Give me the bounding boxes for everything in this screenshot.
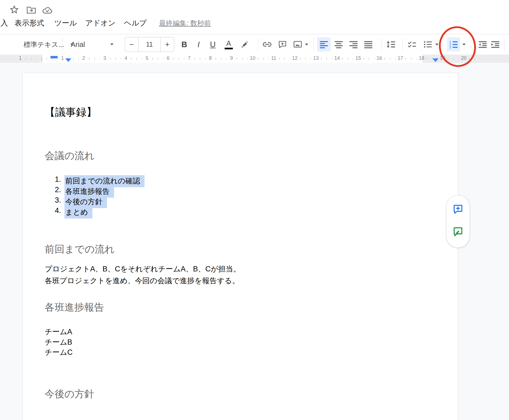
menu-insert-clipped[interactable]: 入	[1, 18, 8, 28]
right-indent-marker[interactable]	[432, 58, 439, 62]
ruler-tick	[184, 58, 185, 59]
ruler-tick	[342, 58, 343, 59]
chevron-down-icon	[305, 44, 308, 46]
highlight-color-button[interactable]	[238, 37, 251, 52]
left-indent-marker[interactable]	[65, 58, 71, 62]
ruler-number: 18	[419, 55, 424, 61]
first-line-indent-marker[interactable]	[50, 56, 58, 58]
align-right-icon	[349, 41, 358, 48]
team-line: チームC	[45, 347, 73, 357]
font-size-value[interactable]: 11	[138, 37, 161, 52]
ruler-tick	[173, 58, 174, 59]
menu-format[interactable]: 表示形式	[15, 18, 44, 28]
bold-button[interactable]: B	[178, 37, 191, 52]
ruler-number: 20	[461, 55, 466, 61]
last-edit-link[interactable]: 最終編集: 数秒前	[159, 19, 211, 28]
align-left-button[interactable]	[317, 37, 331, 52]
divider	[381, 38, 382, 50]
cloud-saved-icon[interactable]	[42, 7, 53, 14]
ruler-number: 8	[209, 55, 212, 61]
numbered-list-menu-caret[interactable]	[461, 37, 467, 52]
add-comment-float-button[interactable]	[453, 204, 463, 215]
body-line: 各班プロジェクトを進め、今回の会議で進捗を報告する。	[45, 276, 239, 286]
text-color-button[interactable]: A	[222, 37, 235, 52]
ruler-tick	[411, 57, 412, 60]
ruler-tick	[284, 57, 285, 60]
ruler-number: 3	[103, 55, 106, 61]
ruler-tick	[121, 58, 121, 59]
team-line: チームB	[45, 337, 72, 347]
floating-action-pill	[446, 195, 470, 248]
ruler-tick	[327, 57, 327, 60]
bulleted-list-button[interactable]	[421, 37, 442, 52]
comment-add-icon	[278, 41, 287, 48]
align-justify-button[interactable]	[361, 37, 375, 52]
ruler-tick	[353, 58, 354, 59]
ruler-number: 12	[292, 55, 298, 61]
heading-prev: 前回までの流れ	[45, 243, 115, 256]
link-icon	[262, 41, 272, 47]
add-comment-button[interactable]	[276, 37, 289, 52]
ruler-tick	[279, 58, 279, 59]
font-size-increase-button[interactable]: +	[161, 37, 174, 52]
ruler-number: 11	[271, 55, 276, 61]
ruler-tick	[258, 58, 258, 59]
align-center-button[interactable]	[332, 37, 346, 52]
menu-tools[interactable]: ツール	[54, 18, 77, 28]
increase-indent-button[interactable]	[489, 37, 502, 52]
ruler-number: 17	[398, 55, 403, 61]
ruler-tick	[459, 58, 459, 59]
move-folder-icon[interactable]	[26, 6, 36, 14]
star-icon[interactable]	[9, 5, 19, 15]
ruler-tick	[216, 58, 216, 59]
list-number: 3.	[55, 196, 61, 205]
ruler-tick	[41, 57, 42, 60]
paragraph-style-select[interactable]: 標準テキス...	[24, 40, 73, 49]
ruler-tick	[47, 58, 47, 59]
ruler-tick	[395, 58, 396, 59]
decrease-indent-button[interactable]	[476, 37, 489, 52]
ruler-tick	[31, 57, 32, 60]
align-right-button[interactable]	[347, 37, 360, 52]
italic-button[interactable]: I	[192, 37, 205, 52]
insert-image-button[interactable]	[291, 37, 311, 52]
checklist-button[interactable]	[405, 37, 419, 52]
ruler-tick	[200, 57, 200, 60]
insert-link-button[interactable]	[261, 37, 274, 52]
font-family-select[interactable]: Arial	[71, 40, 114, 49]
editor-canvas: 【議事録】 会議の流れ 1. 前回までの流れの確認 2. 各班進捗報告 3. 今…	[0, 63, 509, 420]
ruler-tick	[89, 58, 89, 59]
ruler-number: 9	[230, 55, 233, 61]
line-spacing-button[interactable]	[384, 37, 398, 52]
ruler-tick	[469, 58, 470, 59]
underline-button[interactable]: U	[206, 37, 219, 52]
ruler-tick	[179, 57, 179, 60]
document-page[interactable]: 【議事録】 会議の流れ 1. 前回までの流れの確認 2. 各班進捗報告 3. 今…	[22, 73, 458, 420]
menu-addons[interactable]: アドオン	[85, 18, 116, 28]
ruler-tick	[163, 58, 163, 59]
ruler-tick	[205, 58, 206, 59]
ruler-number: 19	[440, 55, 445, 61]
font-size-decrease-button[interactable]: −	[125, 37, 138, 52]
chevron-down-icon	[435, 44, 439, 46]
ruler-tick	[263, 57, 264, 60]
menu-help[interactable]: ヘルプ	[124, 18, 147, 28]
ruler-tick	[374, 58, 375, 59]
suggest-edits-button[interactable]	[453, 226, 463, 237]
ruler-tick	[348, 57, 348, 60]
doc-title: 【議事録】	[45, 105, 97, 119]
ruler-tick	[152, 58, 153, 59]
chevron-down-icon	[462, 44, 466, 46]
ruler-tick	[369, 57, 369, 60]
numbered-list-button[interactable]: 1 2 3	[447, 37, 460, 52]
list-number: 2.	[55, 186, 61, 194]
highlighter-icon	[241, 40, 249, 49]
team-line: チームA	[45, 327, 72, 337]
ruler-number: 14	[334, 55, 340, 61]
ruler-tick	[363, 58, 364, 59]
heading-progress: 各班進捗報告	[45, 301, 104, 314]
ruler-tick	[73, 57, 74, 60]
ruler-tick	[110, 58, 111, 59]
ruler-tick	[321, 58, 322, 59]
heading-agenda: 会議の流れ	[45, 149, 95, 163]
